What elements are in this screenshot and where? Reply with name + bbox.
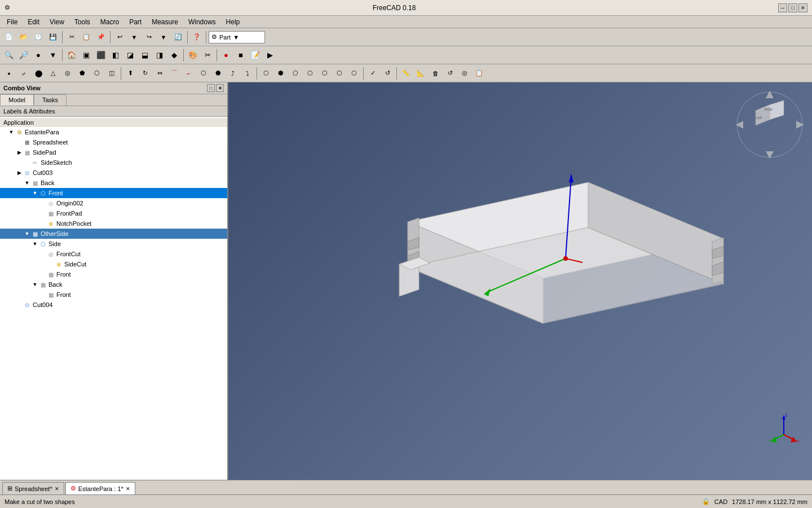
undo-button[interactable]: ↩ [113, 30, 126, 44]
offset3d-button[interactable]: ⬡ [197, 67, 210, 80]
sweep-button[interactable]: ⤴ [226, 67, 240, 80]
zoom-fit-button[interactable]: 🔍 [2, 49, 16, 62]
thickness-button[interactable]: ⬣ [211, 67, 225, 80]
part-from-mesh[interactable]: ◫ [105, 67, 118, 80]
recent-files-button[interactable]: 🕐 [32, 30, 45, 44]
float-button[interactable]: □ [207, 84, 215, 92]
menu-measure[interactable]: Measure [147, 17, 183, 27]
tree-item-spreadsheet[interactable]: ⊞ Spreadsheet [0, 137, 227, 147]
cone-button[interactable]: △ [46, 67, 60, 80]
split-button[interactable]: ⬡ [347, 67, 361, 80]
menu-macro[interactable]: Macro [96, 17, 123, 27]
menu-view[interactable]: View [45, 17, 69, 27]
redo-dropdown[interactable]: ▼ [157, 30, 170, 44]
tree-item-back2[interactable]: ▼ ▦ Back [0, 279, 227, 290]
undo-dropdown[interactable]: ▼ [127, 30, 141, 44]
redo-button[interactable]: ↪ [142, 30, 156, 44]
torus-button[interactable]: ◎ [61, 67, 74, 80]
close-button[interactable]: ✕ [798, 3, 807, 12]
tree-root-estantepara[interactable]: ▼ ⚙ EstantePara [0, 127, 227, 137]
measure-linear[interactable]: 📏 [399, 67, 413, 80]
open-file-button[interactable]: 📂 [17, 30, 30, 44]
tree-item-frontpad[interactable]: ▦ FrontPad [0, 208, 227, 218]
refresh-button[interactable]: 🔄 [171, 30, 185, 44]
prism-button[interactable]: ⬟ [76, 67, 89, 80]
workbench-dropdown[interactable]: ⚙ Part ▼ [209, 31, 265, 43]
help-button[interactable]: ❓ [190, 30, 204, 44]
new-file-button[interactable]: 📄 [2, 30, 16, 44]
zoom-out-button[interactable]: 🔎 [17, 49, 30, 62]
tree-item-front2[interactable]: ▦ Front [0, 269, 227, 279]
front-view-button[interactable]: ▣ [80, 49, 93, 62]
menu-edit[interactable]: Edit [23, 17, 44, 27]
common-button[interactable]: ⬡ [303, 67, 317, 80]
menu-part[interactable]: Part [125, 17, 146, 27]
loft-button[interactable]: ⤵ [241, 67, 254, 80]
minimize-button[interactable]: ─ [778, 3, 787, 12]
extrude-button[interactable]: ⬆ [123, 67, 137, 80]
macro-editor-button[interactable]: 📝 [249, 49, 262, 62]
tree-item-notchpocket[interactable]: ⊗ NotchPocket [0, 218, 227, 229]
expand-root[interactable]: ▼ [8, 129, 15, 135]
tree-item-front3[interactable]: ▦ Front [0, 290, 227, 300]
tab-spreadsheet[interactable]: ⊞ Spreadsheet* ✕ [2, 482, 64, 494]
tree-item-otherside[interactable]: ▼ ▦ OtherSide [0, 229, 227, 239]
mirror-button[interactable]: ⇔ [153, 67, 166, 80]
section-button[interactable]: ⬡ [318, 67, 332, 80]
clip-planes-button[interactable]: ✂ [201, 49, 214, 62]
menu-help[interactable]: Help [222, 17, 245, 27]
copy-button[interactable]: 📋 [80, 30, 93, 44]
refresh-shape[interactable]: ↺ [381, 67, 394, 80]
menu-windows[interactable]: Windows [184, 17, 220, 27]
tree-item-origin002[interactable]: ◎ Origin002 [0, 198, 227, 208]
paste-button[interactable]: 📌 [94, 30, 108, 44]
boolean-button[interactable]: ⬡ [259, 67, 273, 80]
join-button[interactable]: ⬡ [333, 67, 346, 80]
tree-item-back[interactable]: ▼ ▦ Back [0, 178, 227, 188]
revolve-button[interactable]: ↻ [138, 67, 152, 80]
tree-item-sidecut[interactable]: ⊗ SideCut [0, 259, 227, 269]
draw-style-button[interactable]: ● [32, 49, 45, 62]
measure-angular[interactable]: 📐 [414, 67, 427, 80]
spreadsheet-tab-close[interactable]: ✕ [55, 486, 59, 492]
save-button[interactable]: 💾 [46, 30, 60, 44]
cut-button[interactable]: ✂ [65, 30, 78, 44]
appearance-button[interactable]: 🎨 [186, 49, 200, 62]
tree-item-cut003[interactable]: ▶ ⊙ Cut003 [0, 168, 227, 178]
home-view-button[interactable]: 🏠 [65, 49, 78, 62]
right-view-button[interactable]: ◧ [109, 49, 122, 62]
cut-button-3[interactable]: ⬢ [274, 67, 288, 80]
techdraw-button[interactable]: 📋 [473, 67, 486, 80]
tab-tasks[interactable]: Tasks [34, 94, 67, 106]
tree-item-side[interactable]: ▼ ⬡ Side [0, 239, 227, 249]
estantepara-tab-close[interactable]: ✕ [126, 486, 130, 492]
top-view-button[interactable]: ⬛ [94, 49, 108, 62]
menu-tools[interactable]: Tools [70, 17, 95, 27]
sphere-button[interactable]: ⬤ [32, 67, 45, 80]
draw-style-dropdown[interactable]: ▼ [46, 49, 60, 62]
measure-clear[interactable]: 🗑 [429, 67, 442, 80]
measure-refresh[interactable]: ↺ [443, 67, 457, 80]
iso-view-button[interactable]: ◆ [167, 49, 181, 62]
tree-item-cut004[interactable]: ⊙ Cut004 [0, 300, 227, 310]
tree-item-frontcut[interactable]: ◎ FrontCut [0, 249, 227, 259]
tree-item-sidesketch[interactable]: ✏ SideSketch [0, 157, 227, 168]
close-panel-button[interactable]: ✕ [216, 84, 224, 92]
shape-from-mesh[interactable]: ⬡ [90, 67, 104, 80]
run-macro-button[interactable]: ▶ [263, 49, 277, 62]
bottom-view-button[interactable]: ⬓ [138, 49, 152, 62]
record-macro-button[interactable]: ● [219, 49, 233, 62]
back-view-button[interactable]: ◪ [123, 49, 137, 62]
stop-macro-button[interactable]: ■ [234, 49, 248, 62]
measure-all[interactable]: ◎ [458, 67, 471, 80]
chamfer-button[interactable]: ⌐ [182, 67, 196, 80]
tab-estantepara[interactable]: ⚙ EstantePara : 1* ✕ [65, 482, 135, 494]
fillet-button[interactable]: ⌒ [167, 67, 181, 80]
3d-viewport[interactable]: Rear Left [228, 82, 812, 480]
maximize-button[interactable]: □ [788, 3, 797, 12]
cylinder-button[interactable]: ⌿ [17, 67, 30, 80]
box-button[interactable]: ▪ [2, 67, 16, 80]
tab-model[interactable]: Model [0, 94, 34, 106]
check-geometry[interactable]: ✓ [366, 67, 379, 80]
menu-file[interactable]: File [2, 17, 22, 27]
